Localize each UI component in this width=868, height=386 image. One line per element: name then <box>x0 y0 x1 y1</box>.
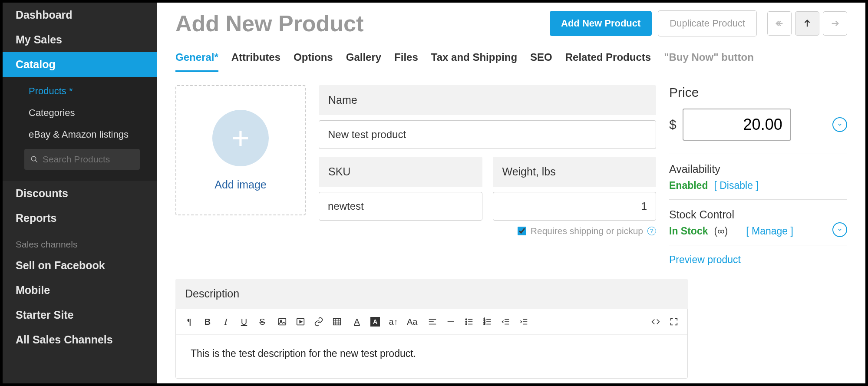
currency-symbol: $ <box>669 117 677 132</box>
sidebar-search[interactable] <box>24 149 140 170</box>
tb-code[interactable] <box>651 317 660 327</box>
tb-font-family[interactable]: Aa <box>407 317 417 327</box>
tabs: General* Attributes Options Gallery File… <box>157 36 865 72</box>
sidebar-item-catalog[interactable]: Catalog <box>3 52 157 77</box>
tb-outdent[interactable] <box>501 317 510 327</box>
editor-toolbar: ¶ B I U S A A a↑ <box>176 309 687 335</box>
outdent-icon <box>501 317 510 327</box>
price-expand[interactable] <box>832 117 847 132</box>
weight-input[interactable] <box>493 192 657 221</box>
video-icon <box>296 317 305 327</box>
svg-rect-6 <box>279 319 286 325</box>
page-title: Add New Product <box>175 10 544 36</box>
tab-seo[interactable]: SEO <box>530 51 552 72</box>
sku-label: SKU <box>319 157 482 187</box>
align-left-icon <box>428 317 437 327</box>
sidebar-item-starter-site[interactable]: Starter Site <box>3 303 157 327</box>
stock-expand[interactable] <box>832 222 847 237</box>
tb-italic[interactable]: I <box>221 316 231 327</box>
arrow-right-icon <box>830 19 840 28</box>
tab-options[interactable]: Options <box>294 51 333 72</box>
price-input[interactable] <box>683 109 791 141</box>
tab-related[interactable]: Related Products <box>565 51 651 72</box>
nav-arrows <box>767 11 847 36</box>
tb-strike[interactable]: S <box>257 317 267 327</box>
tab-files[interactable]: Files <box>394 51 418 72</box>
tb-bg-color[interactable]: A <box>370 317 380 327</box>
main-content: Add New Product Add New Product Duplicat… <box>157 3 865 383</box>
description-label: Description <box>175 279 688 309</box>
tb-ul[interactable] <box>464 317 474 327</box>
header-row: Add New Product Add New Product Duplicat… <box>157 3 865 36</box>
sidebar-item-mobile[interactable]: Mobile <box>3 278 157 303</box>
image-upload[interactable]: + Add image <box>175 85 306 215</box>
tb-text-color[interactable]: A <box>352 317 362 327</box>
plus-icon: + <box>232 123 250 153</box>
availability-status: Enabled <box>669 180 708 191</box>
preview-product-link[interactable]: Preview product <box>669 254 847 266</box>
sidebar-item-dashboard[interactable]: Dashboard <box>3 3 157 27</box>
sku-input[interactable] <box>319 192 482 221</box>
description-textarea[interactable]: This is the test description for the new… <box>176 335 687 378</box>
tb-font-size[interactable]: a↑ <box>389 317 398 327</box>
tb-ol[interactable]: 123 <box>482 317 492 327</box>
tb-fullscreen[interactable] <box>669 317 679 327</box>
tab-attributes[interactable]: Attributes <box>231 51 281 72</box>
tb-paragraph[interactable]: ¶ <box>185 317 194 327</box>
sidebar-item-discounts[interactable]: Discounts <box>3 181 157 206</box>
search-input[interactable] <box>43 154 134 165</box>
sidebar-sub-categories[interactable]: Categories <box>3 102 157 124</box>
sidebar-item-reports[interactable]: Reports <box>3 206 157 231</box>
chevron-down-icon <box>837 122 843 128</box>
availability-label: Availability <box>669 163 847 175</box>
nav-next-button[interactable] <box>823 11 847 36</box>
tb-hr[interactable] <box>446 317 455 327</box>
tb-image[interactable] <box>277 317 287 327</box>
tab-gallery[interactable]: Gallery <box>346 51 381 72</box>
tb-indent[interactable] <box>519 317 528 327</box>
code-icon <box>651 317 660 327</box>
sidebar-sub-products[interactable]: Products * <box>3 80 157 102</box>
tb-video[interactable] <box>296 317 305 327</box>
arrow-left-icon <box>775 19 784 28</box>
hr-icon <box>446 317 455 327</box>
requires-shipping-checkbox[interactable] <box>518 227 526 235</box>
sidebar-sub-ebay-amazon[interactable]: eBay & Amazon listings <box>3 124 157 145</box>
tab-buy-now[interactable]: "Buy Now" button <box>664 51 754 72</box>
indent-icon <box>519 317 528 327</box>
sidebar: Dashboard My Sales Catalog Products * Ca… <box>3 3 157 383</box>
price-label: Price <box>669 85 847 100</box>
name-input[interactable] <box>319 120 656 149</box>
help-icon[interactable]: ? <box>647 227 656 235</box>
tb-table[interactable] <box>332 317 342 327</box>
disable-link[interactable]: [ Disable ] <box>714 180 758 191</box>
ul-icon <box>464 317 474 327</box>
tab-general[interactable]: General* <box>175 51 218 72</box>
tb-underline[interactable]: U <box>239 317 249 327</box>
sidebar-item-facebook[interactable]: Sell on Facebook <box>3 253 157 278</box>
fullscreen-icon <box>669 317 679 327</box>
stock-qty: (∞) <box>714 225 728 237</box>
tb-align[interactable] <box>428 317 437 327</box>
add-image-label: Add image <box>215 178 267 191</box>
svg-line-1 <box>35 160 37 162</box>
tb-bold[interactable]: B <box>203 317 212 327</box>
nav-prev-button[interactable] <box>767 11 792 36</box>
svg-text:3: 3 <box>484 322 485 325</box>
duplicate-product-button[interactable]: Duplicate Product <box>658 10 757 36</box>
sidebar-item-all-channels[interactable]: All Sales Channels <box>3 327 157 352</box>
name-label: Name <box>319 85 656 115</box>
tab-tax-shipping[interactable]: Tax and Shipping <box>431 51 517 72</box>
sidebar-submenu: Products * Categories eBay & Amazon list… <box>3 77 157 181</box>
sidebar-item-my-sales[interactable]: My Sales <box>3 27 157 52</box>
image-icon <box>277 317 287 327</box>
editor: ¶ B I U S A A a↑ <box>175 309 688 379</box>
add-new-product-button[interactable]: Add New Product <box>550 11 652 36</box>
stock-status: In Stock <box>669 225 708 237</box>
svg-marker-9 <box>300 320 302 323</box>
nav-up-button[interactable] <box>795 11 819 36</box>
manage-stock-link[interactable]: [ Manage ] <box>746 225 793 237</box>
tb-link[interactable] <box>314 317 323 327</box>
upload-circle: + <box>212 110 269 166</box>
sidebar-section-label: Sales channels <box>3 231 157 253</box>
